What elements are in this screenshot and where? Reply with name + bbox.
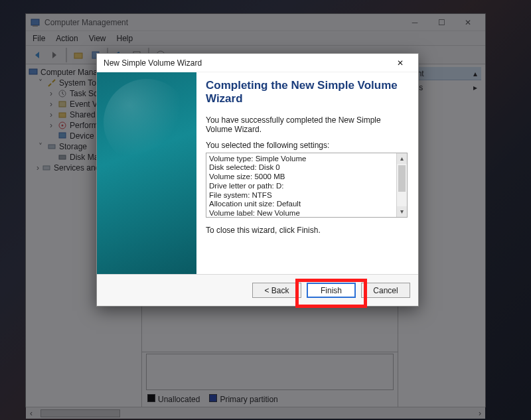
device-icon	[58, 131, 67, 141]
setting-line: Allocation unit size: Default	[209, 200, 396, 209]
chevron-right-icon: ▸	[473, 83, 477, 92]
wizard-dialog: New Simple Volume Wizard ✕ Completing th…	[96, 53, 419, 307]
minimize-button[interactable]: ─	[402, 15, 428, 30]
cancel-button[interactable]: Cancel	[361, 283, 410, 298]
folder-up-icon[interactable]	[71, 48, 86, 62]
horizontal-scrollbar[interactable]: ‹ ›	[26, 407, 485, 419]
swatch-primary-icon	[209, 394, 217, 402]
forward-icon[interactable]	[47, 48, 62, 62]
scroll-left-icon[interactable]: ‹	[26, 409, 37, 418]
maximize-button[interactable]: ☐	[428, 15, 455, 30]
share-icon	[58, 110, 67, 119]
svg-rect-15	[43, 166, 50, 170]
setting-line: Disk selected: Disk 0	[209, 163, 396, 173]
menu-bar: File Action View Help	[26, 31, 485, 46]
event-icon	[58, 100, 67, 109]
legend: Unallocated Primary partition	[142, 391, 398, 407]
finish-button[interactable]: Finish	[307, 283, 356, 298]
svg-rect-8	[59, 102, 66, 107]
wizard-settings-label: You selected the following settings:	[206, 141, 408, 150]
svg-rect-13	[48, 145, 55, 149]
scroll-up-icon[interactable]: ▴	[397, 153, 407, 164]
svg-rect-12	[59, 133, 66, 138]
collapse-icon[interactable]: ▴	[473, 69, 477, 78]
svg-rect-9	[59, 113, 66, 117]
setting-line: Volume label: New Volume	[209, 209, 396, 218]
wizard-success-text: You have successfully completed the New …	[206, 115, 408, 134]
wizard-heading: Completing the New Simple Volume Wizard	[206, 79, 408, 106]
wizard-sidebar-graphic	[97, 72, 196, 274]
svg-rect-1	[33, 25, 38, 27]
menu-view[interactable]: View	[89, 34, 106, 43]
wizard-title: New Simple Volume Wizard	[104, 58, 202, 68]
svg-point-11	[62, 125, 64, 127]
wizard-close-hint: To close this wizard, click Finish.	[206, 226, 408, 235]
disk-graph-panel	[142, 352, 398, 391]
swatch-unallocated-icon	[147, 394, 155, 402]
mmc-titlebar: Computer Management ─ ☐ ✕	[26, 14, 485, 31]
performance-icon	[58, 121, 67, 130]
setting-line: Volume size: 5000 MB	[209, 173, 396, 182]
scroll-down-icon[interactable]: ▾	[397, 206, 407, 217]
menu-help[interactable]: Help	[117, 34, 133, 43]
wizard-content: Completing the New Simple Volume Wizard …	[196, 72, 418, 274]
close-button[interactable]: ✕	[455, 15, 481, 30]
wizard-titlebar: New Simple Volume Wizard ✕	[97, 54, 418, 72]
wizard-settings-listbox[interactable]: Volume type: Simple Volume Disk selected…	[206, 153, 408, 218]
app-icon	[30, 17, 40, 28]
setting-line: File system: NTFS	[209, 191, 396, 200]
legend-unallocated: Unallocated	[147, 394, 200, 404]
svg-rect-14	[59, 155, 66, 159]
menu-file[interactable]: File	[33, 34, 45, 43]
back-button[interactable]: < Back	[252, 283, 301, 298]
listbox-scrollbar[interactable]: ▴ ▾	[396, 153, 407, 217]
tree-storage-label: Storage	[59, 142, 87, 151]
window-title: Computer Management	[44, 18, 128, 27]
svg-rect-6	[29, 69, 37, 74]
tools-icon	[47, 78, 56, 88]
disk-box[interactable]	[146, 354, 394, 390]
wizard-footer: < Back Finish Cancel	[97, 274, 418, 306]
setting-line: Volume type: Simple Volume	[209, 155, 396, 164]
back-icon[interactable]	[30, 48, 44, 62]
svg-rect-0	[31, 19, 39, 25]
wizard-close-button[interactable]: ✕	[389, 55, 412, 71]
setting-line: Drive letter or path: D:	[209, 182, 396, 191]
menu-action[interactable]: Action	[56, 34, 78, 43]
computer-icon	[29, 68, 38, 77]
scroll-thumb[interactable]	[398, 165, 406, 192]
services-icon	[42, 163, 51, 173]
svg-rect-2	[74, 53, 82, 58]
clock-icon	[58, 89, 67, 98]
disk-icon	[58, 153, 67, 162]
scroll-right-icon[interactable]: ›	[475, 409, 485, 418]
storage-icon	[47, 142, 56, 151]
legend-primary: Primary partition	[209, 394, 277, 404]
scroll-thumb[interactable]	[40, 409, 120, 417]
